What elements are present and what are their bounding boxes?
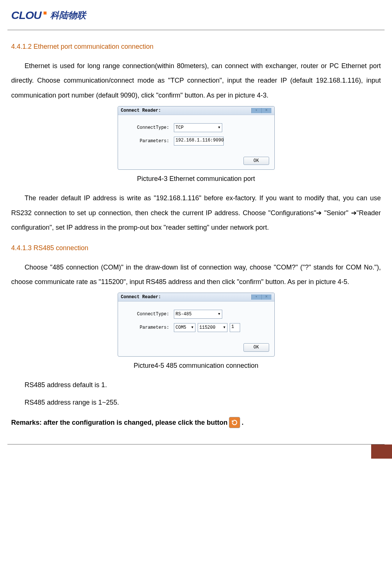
window-buttons: ▾ ×: [251, 108, 271, 113]
connect-reader-dialog-tcp: Connect Reader: ▾ × ConnectType: TCP ▼ P…: [118, 106, 275, 170]
section1-paragraph1: Ethernet is used for long range connecti…: [11, 59, 381, 103]
parameters-input[interactable]: 192.168.1.116:9090: [174, 137, 224, 146]
logo-text-cn: 科陆物联: [50, 6, 86, 25]
com-port-value: COM5: [176, 325, 187, 330]
refresh-icon[interactable]: [229, 417, 240, 428]
connect-type-label: ConnectType:: [125, 312, 172, 317]
figure-4-3: Connect Reader: ▾ × ConnectType: TCP ▼ P…: [11, 106, 381, 170]
chevron-down-icon: ▼: [191, 326, 193, 330]
rs485-note-2: RS485 address range is 1~255.: [11, 395, 381, 410]
minimize-icon[interactable]: ▾: [251, 294, 261, 300]
ok-button[interactable]: OK: [243, 157, 269, 165]
section1-paragraph2: The reader default IP address is write a…: [11, 191, 381, 235]
header-rule: [7, 30, 385, 30]
com-port-select[interactable]: COM5 ▼: [174, 323, 195, 332]
close-icon[interactable]: ×: [261, 108, 271, 113]
footer-accent: [371, 444, 392, 459]
dialog-title-text: Connect Reader:: [121, 108, 161, 113]
minimize-icon[interactable]: ▾: [251, 108, 261, 113]
figure-4-3-caption: Picture4-3 Ethernet communication port: [11, 173, 381, 184]
connect-type-label: ConnectType:: [125, 125, 172, 130]
dialog-title-text: Connect Reader:: [121, 294, 161, 300]
ok-button[interactable]: OK: [243, 343, 269, 351]
page-header: CLOU 科陆物联: [0, 0, 392, 30]
dialog-titlebar: Connect Reader: ▾ ×: [118, 106, 274, 115]
logo-accent-icon: [44, 12, 47, 15]
parameters-label: Parameters:: [125, 325, 172, 330]
close-icon[interactable]: ×: [261, 294, 271, 300]
remarks-line: Remarks: after the configuration is chan…: [11, 415, 381, 430]
parameters-label: Parameters:: [125, 138, 172, 144]
section2-paragraph1: Choose "485 connection (COM)" in the dra…: [11, 260, 381, 290]
rs485-address-input[interactable]: 1: [230, 323, 240, 332]
remarks-text-suffix: .: [242, 415, 243, 430]
section-heading-4413: 4.4.1.3 RS485 connection: [11, 243, 381, 254]
remarks-text-prefix: Remarks: after the configuration is chan…: [11, 415, 227, 430]
logo-text-en: CLOU: [11, 3, 41, 28]
figure-4-5-caption: Picture4-5 485 communication connection: [11, 360, 381, 371]
dialog-titlebar: Connect Reader: ▾ ×: [118, 293, 274, 302]
baud-rate-select[interactable]: 115200 ▼: [198, 323, 227, 332]
connect-reader-dialog-rs485: Connect Reader: ▾ × ConnectType: RS-485 …: [118, 293, 275, 357]
figure-4-5: Connect Reader: ▾ × ConnectType: RS-485 …: [11, 293, 381, 357]
rs485-note-1: RS485 address default is 1.: [11, 378, 381, 393]
chevron-down-icon: ▼: [218, 126, 220, 130]
connect-type-value: TCP: [176, 125, 184, 130]
logo: CLOU 科陆物联: [11, 3, 381, 30]
connect-type-select[interactable]: RS-485 ▼: [174, 310, 222, 319]
section-heading-4412: 4.4.1.2 Ethernet port communication conn…: [11, 41, 381, 52]
connect-type-value: RS-485: [176, 312, 192, 317]
page-content: 4.4.1.2 Ethernet port communication conn…: [0, 41, 392, 437]
chevron-down-icon: ▼: [218, 312, 220, 316]
chevron-down-icon: ▼: [223, 326, 225, 330]
connect-type-select[interactable]: TCP ▼: [174, 123, 222, 132]
window-buttons: ▾ ×: [251, 294, 271, 300]
baud-rate-value: 115200: [200, 325, 216, 330]
page-footer: [0, 444, 392, 459]
